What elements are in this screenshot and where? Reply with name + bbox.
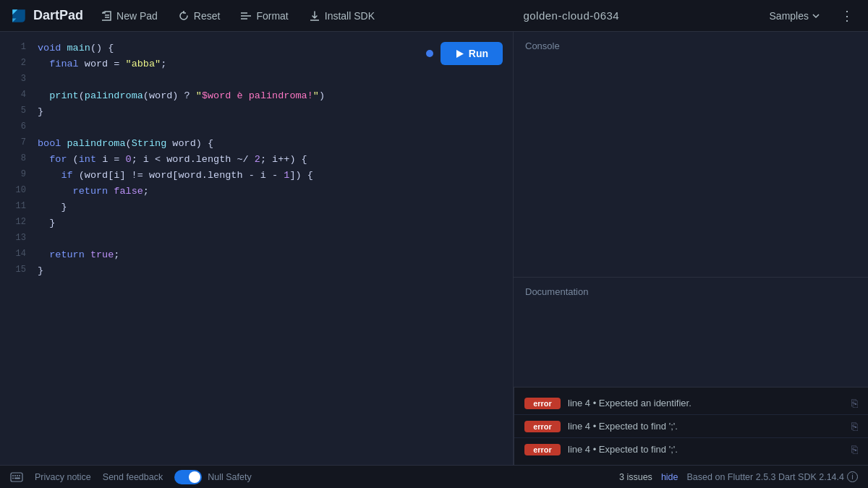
code-line-9: 9 if (word[i] != word[word.length - i - …: [0, 168, 513, 184]
header: DartPad New Pad Reset Format Install SD: [0, 0, 868, 32]
run-bar: Run: [426, 42, 503, 65]
privacy-notice-link[interactable]: Privacy notice: [35, 472, 91, 482]
install-sdk-icon: [309, 10, 320, 22]
more-icon: ⋮: [841, 9, 854, 23]
hide-errors-link[interactable]: hide: [661, 472, 678, 482]
svg-rect-8: [11, 473, 22, 481]
footer-right: 3 issues hide Based on Flutter 2.5.3 Dar…: [619, 471, 858, 482]
right-panel: Console Documentation error line 4 • Exp…: [514, 32, 868, 465]
format-button[interactable]: Format: [231, 6, 297, 26]
code-line-6: 6: [0, 120, 513, 136]
samples-button[interactable]: Samples: [760, 6, 830, 26]
code-line-7: 7 bool palindroma(String word) {: [0, 136, 513, 152]
flutter-info-text: Based on Flutter 2.5.3 Dart SDK 2.14.4: [687, 472, 844, 482]
run-button[interactable]: Run: [441, 42, 503, 65]
error-badge-2: error: [524, 421, 561, 432]
copy-button-1[interactable]: ⎘: [851, 397, 858, 409]
null-safety-toggle[interactable]: [174, 470, 202, 484]
info-icon[interactable]: i: [847, 471, 858, 482]
null-safety-label: Null Safety: [208, 472, 251, 482]
new-pad-button[interactable]: New Pad: [92, 6, 166, 26]
issues-count: 3 issues: [619, 472, 652, 482]
console-section: Console: [514, 32, 868, 278]
code-line-8: 8 for (int i = 0; i < word.length ~/ 2; …: [0, 152, 513, 168]
error-row-2: error line 4 • Expected to find ';'. ⎘: [514, 415, 868, 438]
chevron-down-icon: [812, 12, 820, 20]
reset-label: Reset: [194, 10, 221, 22]
code-line-5: 5 }: [0, 104, 513, 120]
footer: Privacy notice Send feedback Null Safety…: [0, 465, 868, 488]
code-line-15: 15 }: [0, 263, 513, 279]
console-title: Console: [525, 40, 856, 51]
install-sdk-button[interactable]: Install SDK: [300, 6, 383, 26]
reset-icon: [178, 10, 190, 22]
error-message-2: line 4 • Expected to find ';'.: [568, 421, 844, 432]
error-message-1: line 4 • Expected an identifier.: [568, 398, 844, 408]
svg-marker-7: [456, 50, 464, 58]
header-center: golden-cloud-0634: [386, 9, 757, 22]
more-button[interactable]: ⋮: [835, 5, 859, 27]
code-line-12: 12 }: [0, 215, 513, 231]
error-message-3: line 4 • Expected to find ';'.: [568, 444, 844, 455]
logo-text: DartPad: [33, 8, 83, 23]
code-line-3: 3: [0, 72, 513, 88]
editor-panel: Run 1 void main() { 2 final word = "abba…: [0, 32, 514, 465]
logo: DartPad: [9, 6, 83, 26]
code-line-13: 13: [0, 231, 513, 247]
error-badge-3: error: [524, 444, 561, 455]
main-content: Run 1 void main() { 2 final word = "abba…: [0, 32, 868, 465]
code-editor[interactable]: 1 void main() { 2 final word = "abba"; 3…: [0, 32, 513, 465]
keyboard-icon: [10, 472, 23, 482]
error-row-3: error line 4 • Expected to find ';'. ⎘: [514, 438, 868, 461]
reset-button[interactable]: Reset: [169, 6, 229, 26]
documentation-title: Documentation: [525, 286, 856, 297]
status-dot: [426, 50, 433, 57]
new-pad-icon: [101, 10, 112, 22]
send-feedback-link[interactable]: Send feedback: [103, 472, 163, 482]
code-line-11: 11 }: [0, 200, 513, 215]
play-icon: [455, 49, 464, 59]
code-line-14: 14 return true;: [0, 247, 513, 263]
error-panel: error line 4 • Expected an identifier. ⎘…: [514, 387, 868, 465]
code-line-10: 10 return false;: [0, 184, 513, 200]
format-icon: [240, 10, 252, 22]
format-label: Format: [256, 10, 288, 22]
samples-label: Samples: [770, 10, 809, 22]
error-row-1: error line 4 • Expected an identifier. ⎘: [514, 392, 868, 415]
install-sdk-label: Install SDK: [325, 10, 375, 22]
header-right: Samples ⋮: [760, 5, 859, 27]
instance-name: golden-cloud-0634: [523, 9, 619, 22]
copy-button-3[interactable]: ⎘: [851, 443, 858, 455]
copy-button-2[interactable]: ⎘: [851, 420, 858, 432]
null-safety-toggle-wrap: Null Safety: [174, 470, 251, 484]
run-label: Run: [469, 48, 488, 59]
error-badge-1: error: [524, 398, 561, 409]
new-pad-label: New Pad: [116, 10, 158, 22]
flutter-info: Based on Flutter 2.5.3 Dart SDK 2.14.4 i: [687, 471, 858, 482]
dartpad-logo-icon: [9, 6, 29, 26]
keyboard-shortcut-area: [10, 472, 23, 482]
code-line-4: 4 print(palindroma(word) ? "$word è pali…: [0, 88, 513, 104]
